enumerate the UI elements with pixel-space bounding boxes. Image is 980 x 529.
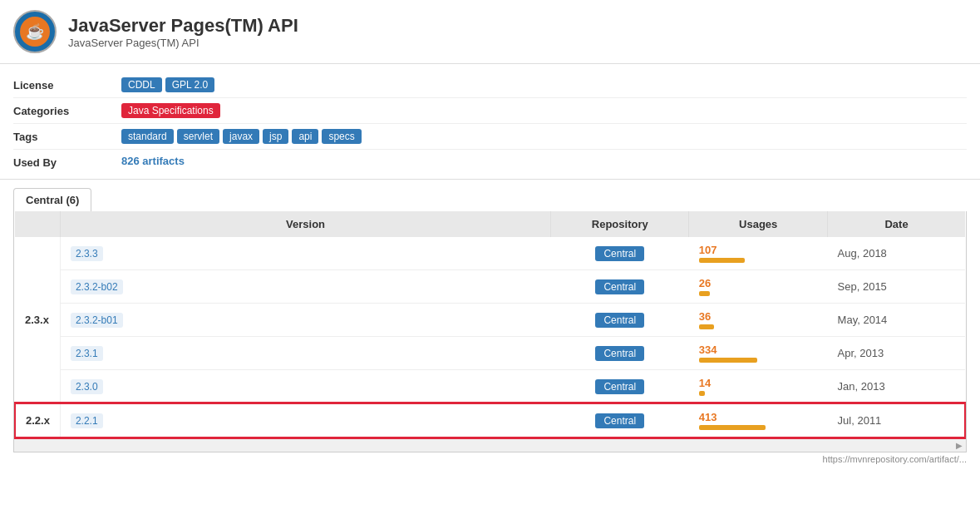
usages-cell: 36	[689, 304, 828, 337]
col-repository: Repository	[551, 211, 689, 237]
usages-number[interactable]: 107	[699, 244, 818, 256]
header-area: ☕ JavaServer Pages(TM) API JavaServer Pa…	[0, 0, 980, 64]
version-cell: 2.3.2-b01	[60, 304, 550, 337]
usages-bar	[699, 391, 705, 396]
table-row: 2.3.1 Central 334 Apr, 2013	[15, 337, 965, 370]
repo-cell: Central	[551, 270, 689, 304]
info-section: License CDDL GPL 2.0 Categories Java Spe…	[0, 64, 980, 180]
date-cell: May, 2014	[828, 304, 965, 337]
logo: ☕	[13, 10, 57, 53]
group-label-22x: 2.2.x	[15, 403, 60, 438]
usages-number[interactable]: 413	[699, 411, 818, 423]
version-link-233[interactable]: 2.3.3	[71, 246, 103, 261]
categories-values: Java Specifications	[121, 103, 220, 118]
tag-standard[interactable]: standard	[121, 129, 174, 144]
table-container: Version Repository Usages Date 2.3.x 2.3…	[13, 211, 967, 452]
version-link-231[interactable]: 2.3.1	[71, 346, 103, 361]
table-row: 2.3.2-b02 Central 26 Sep, 2015	[15, 270, 965, 304]
usages-bar	[699, 358, 757, 363]
repo-badge[interactable]: Central	[595, 413, 644, 428]
version-cell: 2.3.2-b02	[60, 270, 550, 304]
repo-cell: Central	[551, 337, 689, 370]
repo-badge[interactable]: Central	[595, 279, 644, 294]
table-header-row: Version Repository Usages Date	[15, 211, 965, 237]
usages-number[interactable]: 36	[699, 310, 818, 323]
repo-cell: Central	[551, 237, 689, 270]
version-link-230[interactable]: 2.3.0	[71, 379, 103, 394]
usages-cell: 26	[689, 270, 828, 304]
version-cell: 2.2.1	[60, 403, 550, 438]
tags-values: standard servlet javax jsp api specs	[121, 129, 362, 144]
used-by-row: Used By 826 artifacts	[13, 150, 967, 174]
tag-javax[interactable]: javax	[223, 129, 259, 144]
categories-row: Categories Java Specifications	[13, 98, 967, 124]
table-row: 2.3.0 Central 14 Jan, 2013	[15, 370, 965, 404]
page-subtitle: JavaServer Pages(TM) API	[68, 37, 298, 49]
table-row: 2.3.x 2.3.3 Central 107 Aug, 2018	[15, 237, 965, 270]
license-values: CDDL GPL 2.0	[121, 77, 214, 92]
repo-cell: Central	[551, 403, 689, 438]
license-cddl[interactable]: CDDL	[121, 77, 162, 92]
table-row: 2.2.x 2.2.1 Central 413 Jul, 2011	[15, 403, 965, 438]
tags-label: Tags	[13, 129, 121, 143]
table-row: 2.3.2-b01 Central 36 May, 2014	[15, 304, 965, 337]
repo-badge[interactable]: Central	[595, 246, 644, 261]
date-cell: Apr, 2013	[828, 337, 965, 370]
col-date: Date	[828, 211, 965, 237]
license-label: License	[13, 77, 121, 91]
group-label-23x: 2.3.x	[15, 237, 60, 403]
tab-central[interactable]: Central (6)	[13, 188, 91, 211]
usages-cell: 14	[689, 370, 828, 404]
version-cell: 2.3.3	[60, 237, 550, 270]
category-java-specs[interactable]: Java Specifications	[121, 103, 220, 118]
used-by-value: 826 artifacts	[121, 155, 185, 167]
repo-badge[interactable]: Central	[595, 346, 644, 361]
tags-row: Tags standard servlet javax jsp api spec…	[13, 124, 967, 150]
usages-number[interactable]: 26	[699, 277, 818, 289]
usages-bar	[699, 258, 745, 263]
tabs-area: Central (6)	[0, 180, 980, 211]
repo-cell: Central	[551, 370, 689, 404]
usages-bar	[699, 425, 766, 430]
usages-number[interactable]: 14	[699, 377, 818, 389]
scroll-indicator[interactable]: ▶	[14, 438, 966, 452]
version-link-232b02[interactable]: 2.3.2-b02	[71, 279, 123, 294]
version-link-221[interactable]: 2.2.1	[71, 413, 103, 428]
usages-cell: 334	[689, 337, 828, 370]
date-cell: Aug, 2018	[828, 237, 965, 270]
repo-cell: Central	[551, 304, 689, 337]
tag-servlet[interactable]: servlet	[177, 129, 219, 144]
date-cell: Jan, 2013	[828, 370, 965, 404]
usages-number[interactable]: 334	[699, 344, 818, 356]
date-cell: Jul, 2011	[828, 403, 965, 438]
tag-api[interactable]: api	[292, 129, 318, 144]
usages-bar	[699, 291, 710, 296]
version-cell: 2.3.0	[60, 370, 550, 404]
repo-badge[interactable]: Central	[595, 313, 644, 328]
categories-label: Categories	[13, 103, 121, 117]
used-by-link[interactable]: 826 artifacts	[121, 155, 185, 167]
version-link-232b01[interactable]: 2.3.2-b01	[71, 313, 123, 328]
page-title: JavaServer Pages(TM) API	[68, 15, 298, 37]
tag-specs[interactable]: specs	[322, 129, 361, 144]
license-gpl[interactable]: GPL 2.0	[165, 77, 215, 92]
version-cell: 2.3.1	[60, 337, 550, 370]
usages-cell: 107	[689, 237, 828, 270]
tag-jsp[interactable]: jsp	[263, 129, 288, 144]
usages-cell: 413	[689, 403, 828, 438]
license-row: License CDDL GPL 2.0	[13, 72, 967, 98]
versions-table: Version Repository Usages Date 2.3.x 2.3…	[14, 211, 966, 438]
col-version: Version	[60, 211, 550, 237]
date-cell: Sep, 2015	[828, 270, 965, 304]
status-bar: https://mvnrepository.com/artifact/...	[0, 452, 980, 466]
repo-badge[interactable]: Central	[595, 379, 644, 394]
col-usages: Usages	[689, 211, 828, 237]
col-spacer	[15, 211, 60, 237]
usages-bar	[699, 324, 714, 329]
used-by-label: Used By	[13, 155, 121, 169]
